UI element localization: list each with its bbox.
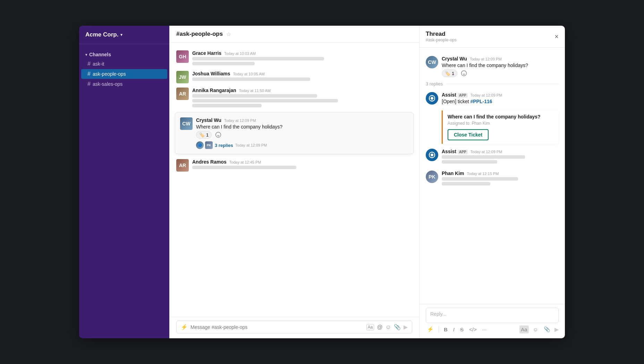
thread-assist-message-1: Assist APP Today at 12:09 PM [Open] tick… [420, 89, 565, 108]
avatar: JW [176, 71, 189, 83]
code-icon[interactable]: </> [468, 325, 478, 333]
attachment-toolbar-icon[interactable]: 📎 [542, 325, 552, 333]
emoji-toolbar-icon[interactable]: ☺ [532, 325, 540, 333]
message-header: Grace Harris Today at 10:03 AM [192, 50, 412, 56]
close-ticket-button[interactable]: Close Ticket [448, 129, 489, 140]
message-author: Phan Kim [442, 171, 464, 176]
avatar: GH [176, 50, 189, 63]
italic-icon[interactable]: I [452, 325, 456, 333]
attachment-icon[interactable]: 📎 [394, 324, 401, 330]
message-input[interactable] [190, 324, 364, 330]
message-line [192, 166, 296, 169]
message-time: Today at 10:05 AM [233, 72, 265, 76]
message-time: Today at 12:09 PM [471, 150, 502, 154]
add-reaction-button[interactable] [214, 131, 223, 139]
message-line [192, 94, 317, 98]
avatar: CW [180, 117, 193, 130]
sidebar-item-ask-it[interactable]: # ask-it [81, 59, 167, 69]
send-toolbar-icon[interactable]: ▶ [554, 326, 559, 333]
workspace-header[interactable]: Acme Corp. ▾ [79, 26, 169, 44]
star-icon[interactable]: ☆ [226, 31, 231, 38]
reaction-emoji: 🏷️ [199, 132, 205, 138]
strikethrough-icon[interactable]: S [459, 325, 465, 333]
assist-author: Assist [442, 149, 456, 154]
message-line [442, 177, 518, 181]
lightning-toolbar-icon[interactable]: ⚡ [426, 325, 435, 333]
table-row: GH Grace Harris Today at 10:03 AM [169, 48, 419, 69]
ticket-question: Where can I find the company holidays? [448, 114, 554, 119]
message-content: Assist APP Today at 12:09 PM [Open] tick… [442, 92, 559, 106]
thread-title: Thread [426, 31, 457, 38]
avatar: AR [176, 159, 189, 172]
thread-panel: Thread #ask-people-ops × CW Crystal Wu T… [419, 26, 565, 338]
table-row: JW Joshua Williams Today at 10:05 AM [169, 69, 419, 85]
text-style-icon[interactable]: Aa [366, 324, 374, 330]
message-header: Assist APP Today at 12:09 PM [442, 92, 559, 98]
message-author: Annika Rangarajan [192, 88, 236, 93]
message-time: Today at 12:09 PM [470, 57, 502, 61]
avatar: PK [426, 171, 438, 183]
workspace-chevron: ▾ [120, 32, 122, 37]
message-line [192, 57, 324, 60]
reaction-button[interactable]: 🏷️ 1 [196, 131, 212, 139]
message-header: Crystal Wu Today at 12:09 PM [196, 117, 408, 123]
ticket-link[interactable]: #PPL-116 [470, 99, 492, 104]
avatar: AR [176, 88, 189, 100]
hash-icon: # [87, 61, 91, 67]
more-icon[interactable]: ··· [481, 325, 488, 333]
message-content: Grace Harris Today at 10:03 AM [192, 50, 412, 67]
avatar: CW [426, 56, 438, 68]
message-header: Crystal Wu Today at 12:09 PM [442, 56, 559, 61]
reactions: 🏷️ 1 [442, 69, 559, 77]
message-text: [Open] ticket #PPL-116 [442, 99, 559, 104]
sidebar-item-ask-people-ops[interactable]: # ask-people-ops [81, 69, 167, 79]
channel-title: #ask-people-ops [176, 31, 223, 38]
message-header: Andres Ramos Today at 12:45 PM [192, 159, 412, 165]
mention-icon[interactable]: @ [377, 324, 382, 330]
emoji-icon[interactable]: ☺ [385, 324, 391, 330]
message-line [192, 104, 262, 107]
channels-section: ▾ Channels # ask-it # ask-people-ops # a… [79, 44, 169, 91]
message-input-bar: ⚡ Aa @ ☺ 📎 ▶ [169, 317, 419, 338]
app-badge: APP [458, 93, 468, 98]
bold-icon[interactable]: B [442, 325, 449, 333]
crystal-wu-message: CW Crystal Wu Today at 12:09 PM Where ca… [175, 112, 414, 154]
message-time: Today at 10:03 AM [224, 51, 256, 56]
message-content: Andres Ramos Today at 12:45 PM [192, 159, 412, 171]
thread-close-button[interactable]: × [554, 33, 559, 41]
send-icon[interactable]: ▶ [404, 324, 408, 330]
thread-subtitle: #ask-people-ops [426, 38, 457, 42]
message-content: Joshua Williams Today at 10:05 AM [192, 71, 412, 82]
reactions: 🏷️ 1 [196, 131, 408, 139]
message-author: Crystal Wu [196, 117, 221, 123]
reaction-count: 1 [206, 132, 209, 138]
message-content: Annika Rangarajan Today at 11:50 AM [192, 88, 412, 109]
message-line [192, 62, 255, 65]
assist-icon [426, 92, 438, 105]
reaction-count: 1 [452, 71, 454, 76]
text-style-toolbar-icon[interactable]: Aa [519, 325, 528, 333]
add-reaction-button[interactable] [459, 69, 468, 77]
ticket-assigned: Assigned to: Phan Kim [448, 121, 554, 126]
app-badge: APP [458, 150, 468, 154]
main-chat: #ask-people-ops ☆ GH Grace Harris Today … [169, 26, 419, 338]
workspace-name: Acme Corp. [85, 31, 118, 38]
hash-icon: # [87, 81, 91, 87]
channels-header[interactable]: ▾ Channels [79, 50, 169, 59]
reaction-button[interactable]: 🏷️ 1 [442, 69, 457, 77]
message-time: Today at 12:15 PM [467, 172, 499, 176]
message-content: Crystal Wu Today at 12:09 PM Where can I… [442, 56, 559, 77]
thread-toolbar: ⚡ B I S </> ··· Aa ☺ 📎 ▶ [426, 325, 559, 333]
sidebar-item-ask-sales-ops[interactable]: # ask-sales-ops [81, 79, 167, 89]
toolbar-separator [439, 326, 439, 332]
thread-replies-link[interactable]: 3 replies [215, 143, 233, 148]
message-author: Grace Harris [192, 50, 221, 56]
message-content: Crystal Wu Today at 12:09 PM Where can I… [196, 117, 408, 149]
message-header: Annika Rangarajan Today at 11:50 AM [192, 88, 412, 93]
thread-reply-box[interactable]: Reply... [426, 308, 559, 323]
lightning-icon[interactable]: ⚡ [181, 324, 188, 330]
reaction-emoji: 🏷️ [445, 71, 450, 76]
message-content: Phan Kim Today at 12:15 PM [442, 171, 559, 187]
ticket-open-prefix: [Open] ticket [442, 99, 470, 104]
channels-arrow: ▾ [85, 53, 87, 57]
